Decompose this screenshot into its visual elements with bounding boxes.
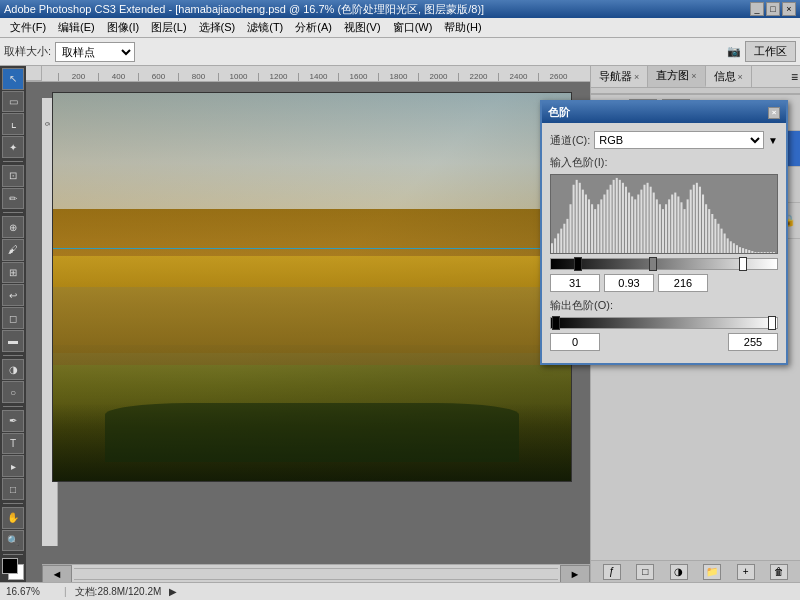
svg-rect-63 — [745, 249, 747, 253]
svg-rect-27 — [634, 199, 636, 253]
menu-image[interactable]: 图像(I) — [101, 18, 145, 37]
move-tool[interactable]: ↖ — [2, 68, 24, 90]
window-controls[interactable]: _ □ × — [750, 2, 796, 16]
canvas-area: 200 400 600 800 1000 1200 1400 1600 1800… — [26, 66, 590, 582]
ruler-mark: 200 — [58, 73, 98, 81]
svg-rect-57 — [727, 238, 729, 253]
output-black-handle[interactable] — [552, 316, 560, 330]
svg-rect-62 — [742, 248, 744, 253]
output-white-value[interactable] — [728, 333, 778, 351]
dodge-tool[interactable]: ○ — [2, 381, 24, 403]
gradient-tool[interactable]: ▬ — [2, 330, 24, 352]
tab-navigator[interactable]: 导航器 × — [591, 66, 648, 87]
tab-histogram[interactable]: 直方图 × — [648, 66, 705, 87]
sample-size-dropdown[interactable]: 取样点 — [55, 42, 135, 62]
marquee-tool[interactable]: ▭ — [2, 91, 24, 113]
input-midtone-handle[interactable] — [649, 257, 657, 271]
svg-rect-11 — [585, 195, 587, 254]
tab-info[interactable]: 信息 × — [706, 66, 752, 87]
svg-rect-19 — [610, 185, 612, 253]
canvas-scrollbar-horizontal[interactable]: ◄ ► — [42, 564, 590, 582]
menu-bar: 文件(F) 编辑(E) 图像(I) 图层(L) 选择(S) 滤镜(T) 分析(A… — [0, 18, 800, 38]
channel-dropdown-arrow: ▼ — [768, 135, 778, 146]
new-layer-button[interactable]: + — [737, 564, 755, 580]
lasso-tool[interactable]: ʟ — [2, 113, 24, 135]
input-white-value[interactable] — [658, 274, 708, 292]
blur-tool[interactable]: ◑ — [2, 359, 24, 381]
menu-analyze[interactable]: 分析(A) — [289, 18, 338, 37]
hand-tool[interactable]: ✋ — [2, 507, 24, 529]
add-style-button[interactable]: ƒ — [603, 564, 621, 580]
history-brush-tool[interactable]: ↩ — [2, 284, 24, 306]
clone-tool[interactable]: ⊞ — [2, 262, 24, 284]
histogram-svg — [551, 175, 777, 253]
magic-wand-tool[interactable]: ✦ — [2, 136, 24, 158]
menu-filter[interactable]: 滤镜(T) — [241, 18, 289, 37]
zoom-tool[interactable]: 🔍 — [2, 530, 24, 552]
svg-rect-50 — [705, 204, 707, 253]
svg-rect-41 — [677, 196, 679, 253]
add-mask-button[interactable]: □ — [636, 564, 654, 580]
svg-rect-16 — [600, 199, 602, 253]
close-button[interactable]: × — [782, 2, 796, 16]
svg-rect-65 — [751, 251, 753, 253]
new-group-button[interactable]: 📁 — [703, 564, 721, 580]
svg-rect-22 — [619, 180, 621, 253]
eyedropper-tool[interactable]: ✏ — [2, 188, 24, 210]
foreground-color[interactable] — [2, 558, 18, 574]
output-levels-slider[interactable] — [550, 317, 778, 329]
crop-tool[interactable]: ⊡ — [2, 165, 24, 187]
levels-close-button[interactable]: × — [768, 107, 780, 119]
shape-tool[interactable]: □ — [2, 478, 24, 500]
ruler-mark: 1400 — [298, 73, 338, 81]
output-black-value[interactable] — [550, 333, 600, 351]
tab-navigator-close[interactable]: × — [634, 72, 639, 82]
pen-tool[interactable]: ✒ — [2, 410, 24, 432]
tool-sep-2 — [3, 212, 23, 213]
eraser-tool[interactable]: ◻ — [2, 307, 24, 329]
channel-label: 通道(C): — [550, 133, 590, 148]
channel-select[interactable]: RGB — [594, 131, 764, 149]
heal-tool[interactable]: ⊕ — [2, 216, 24, 238]
tool-sep-6 — [3, 554, 23, 555]
input-white-handle[interactable] — [739, 257, 747, 271]
input-black-value[interactable] — [550, 274, 600, 292]
input-levels-slider[interactable] — [550, 258, 778, 270]
text-tool[interactable]: T — [2, 433, 24, 455]
zoom-level: 16.67% — [6, 586, 56, 597]
svg-rect-54 — [717, 224, 719, 253]
output-white-handle[interactable] — [768, 316, 776, 330]
input-mid-value[interactable] — [604, 274, 654, 292]
svg-rect-1 — [554, 238, 556, 253]
menu-select[interactable]: 选择(S) — [193, 18, 242, 37]
workspace-button[interactable]: 工作区 — [745, 41, 796, 62]
svg-rect-5 — [566, 219, 568, 253]
menu-file[interactable]: 文件(F) — [4, 18, 52, 37]
new-adjustment-button[interactable]: ◑ — [670, 564, 688, 580]
input-black-handle[interactable] — [574, 257, 582, 271]
tab-histogram-close[interactable]: × — [691, 71, 696, 81]
right-arrow-icon[interactable]: ▶ — [169, 586, 177, 597]
ruler-mark: 2000 — [418, 73, 458, 81]
path-select-tool[interactable]: ▸ — [2, 455, 24, 477]
brush-tool[interactable]: 🖌 — [2, 239, 24, 261]
menu-help[interactable]: 帮助(H) — [438, 18, 487, 37]
levels-titlebar: 色阶 × — [542, 102, 786, 123]
minimize-button[interactable]: _ — [750, 2, 764, 16]
panel-menu-icon[interactable]: ≡ — [791, 70, 798, 84]
maximize-button[interactable]: □ — [766, 2, 780, 16]
svg-rect-58 — [730, 241, 732, 253]
color-swatches[interactable] — [2, 558, 24, 580]
menu-layer[interactable]: 图层(L) — [145, 18, 192, 37]
svg-rect-14 — [594, 209, 596, 253]
document-info: 文档:28.8M/120.2M — [75, 585, 162, 599]
menu-view[interactable]: 视图(V) — [338, 18, 387, 37]
tab-info-close[interactable]: × — [738, 72, 743, 82]
svg-rect-51 — [708, 209, 710, 253]
menu-edit[interactable]: 编辑(E) — [52, 18, 101, 37]
svg-rect-72 — [773, 252, 775, 253]
delete-layer-button[interactable]: 🗑 — [770, 564, 788, 580]
svg-rect-67 — [757, 252, 759, 253]
svg-rect-70 — [767, 252, 769, 253]
menu-window[interactable]: 窗口(W) — [387, 18, 439, 37]
